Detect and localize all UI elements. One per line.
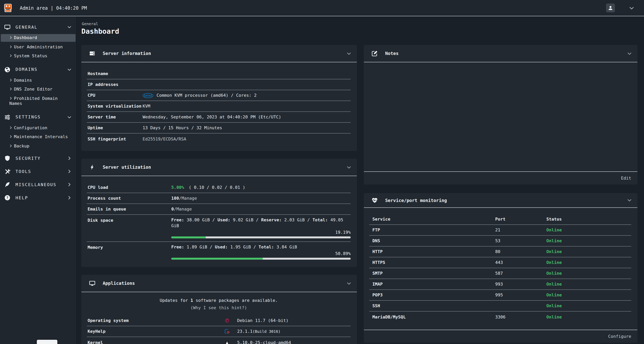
notes-body[interactable]: [364, 62, 638, 172]
memory-progressbar: [171, 258, 351, 260]
app-row-operating-system: Operating systemDebian 11.7 (64-bit): [87, 315, 351, 326]
sidebar-item-dns-zone-editor[interactable]: DNS Zone Editor: [1, 86, 76, 93]
user-menu-button[interactable]: [606, 3, 615, 12]
ssh-fingerprint-rsa-link[interactable]: RSA: [178, 136, 186, 142]
service-port: 80: [492, 249, 543, 254]
panel-title-service-monitoring: Service/port monitoring: [385, 197, 447, 203]
chevron-right-icon: [9, 78, 14, 83]
sidebar-section-help: ?HELP: [0, 193, 76, 202]
sidebar-section-label: TOOLS: [16, 169, 31, 174]
service-name: HTTPS: [369, 260, 492, 265]
service-row-ftp: FTP21Online: [369, 225, 631, 236]
info-label-ip-addresses: IP addresses: [88, 82, 142, 87]
app-value-text: 23.1.1: [237, 329, 253, 334]
info-value-text: 13 Days / 15 Hours / 32 Minutes: [142, 125, 222, 130]
collapse-chevron-icon[interactable]: [346, 165, 352, 170]
collapse-chevron-icon[interactable]: [346, 281, 352, 286]
service-name: MariaDB/MySQL: [369, 314, 492, 320]
info-value-text: KVM: [142, 104, 150, 109]
monitor-icon: [89, 280, 95, 286]
service-monitoring-panel: Service/port monitoring ServicePortStatu…: [364, 193, 638, 343]
sidebar-section-general: GENERALDashboardUser AdministrationSyste…: [0, 22, 76, 60]
service-row-imap: IMAP993Online: [369, 279, 631, 290]
service-port: 3306: [492, 314, 543, 320]
sidebar-item-configuration[interactable]: Configuration: [1, 124, 76, 132]
info-value-uptime: 13 Days / 15 Hours / 32 Minutes: [142, 125, 351, 130]
service-name: IMAP: [369, 282, 492, 287]
update-count: 1: [190, 298, 193, 303]
service-row-dns: DNS53Online: [369, 236, 631, 246]
notes-panel: Notes Edit: [364, 45, 638, 184]
chevron-right-icon: [9, 35, 14, 40]
update-hint-link[interactable]: (Why I see this hint?): [87, 305, 351, 311]
sidebar-section-header-settings[interactable]: SETTINGS: [0, 112, 76, 122]
sidebar-section-header-general[interactable]: GENERAL: [0, 22, 76, 32]
collapse-chevron-icon[interactable]: [627, 51, 632, 56]
sidebar-section-header-tools[interactable]: TOOLS: [0, 167, 76, 176]
service-status: Online: [543, 293, 631, 298]
panel-title-server-utilization: Server utilization: [103, 165, 151, 170]
feather-icon: [4, 181, 10, 188]
app-value-detail: (Build 3016): [253, 329, 281, 334]
manage-processes-link[interactable]: Manage: [182, 196, 197, 201]
sidebar-item-system-status[interactable]: System Status: [1, 52, 76, 60]
notes-edit-link[interactable]: Edit: [621, 176, 631, 181]
sidebar-item-backup[interactable]: Backup: [1, 142, 76, 150]
chevron-right-icon: [9, 134, 14, 140]
emails-in-queue-row: Emails in queue 0 / Manage: [87, 204, 351, 215]
collapse-chevron-icon[interactable]: [346, 51, 352, 56]
disk-space-row: Disk space Free: 38.00 GiB / Used: 9.02 …: [87, 215, 351, 242]
status-badge: Online: [546, 314, 562, 320]
sidebar-section-label: GENERAL: [16, 24, 38, 30]
chevron-right-icon: [9, 143, 14, 149]
sidebar-item-domains[interactable]: Domains: [1, 76, 76, 84]
chevron-right-icon: [9, 87, 14, 92]
heartbeat-icon: [372, 197, 378, 203]
sidebar-item-prohibited-domain-names[interactable]: Prohibited Domain Names: [1, 95, 76, 107]
status-badge: Online: [546, 271, 562, 276]
edit-pen-icon: [372, 50, 378, 56]
chevron-right-icon: [9, 44, 14, 49]
disk-space-percent: 19.19%: [171, 229, 351, 235]
sidebar-items: DashboardUser AdministrationSystem Statu…: [0, 34, 76, 60]
app-value-text: 5.10.0-25-cloud-amd64: [237, 340, 291, 344]
sidebar-item-maintenance-intervals[interactable]: Maintenance Intervals: [1, 133, 76, 141]
updates-notice: Updates for 1 software packages are avai…: [87, 298, 351, 311]
globe-icon: [4, 66, 10, 73]
sidebar: GENERALDashboardUser AdministrationSyste…: [0, 17, 77, 344]
sidebar-section-header-miscellaneous[interactable]: MISCELLANEOUS: [0, 180, 76, 189]
status-badge: Online: [546, 282, 562, 287]
sidebar-section-header-help[interactable]: ?HELP: [0, 193, 76, 202]
ssh-fingerprint-ecdsa-link[interactable]: ECDSA: [163, 136, 176, 142]
sidebar-section-settings: SETTINGSConfigurationMaintenance Interva…: [0, 112, 76, 150]
app-row-kernel: Kernel5.10.0-25-cloud-amd64: [87, 337, 351, 344]
service-row-https: HTTPS443Online: [369, 257, 631, 268]
sidebar-section-label: SETTINGS: [16, 115, 41, 120]
info-label-hostname: Hostname: [88, 71, 142, 76]
info-row-ip-addresses: IP addresses: [87, 79, 351, 90]
info-row-system-virtualization: System virtualizationKVM: [87, 101, 351, 112]
configure-services-link[interactable]: Configure: [608, 334, 631, 339]
sidebar-item-dashboard[interactable]: Dashboard: [1, 34, 76, 42]
info-row-server-time: Server timeWednesday, September 06, 2023…: [87, 112, 351, 123]
tux-icon: [224, 339, 230, 344]
process-count-value: 100: [171, 196, 179, 201]
cpu-load-detail: ( 0.10 / 0.02 / 0.01 ): [189, 185, 245, 190]
disk-space-progressbar: [171, 236, 351, 238]
ssh-fingerprint-ed25519-link[interactable]: Ed25519: [142, 136, 160, 142]
header-chevron-down-icon[interactable]: [629, 5, 634, 11]
sliders-icon: [4, 114, 10, 120]
info-value-server-time: Wednesday, September 06, 2023 at 04:40:2…: [142, 115, 351, 120]
collapse-chevron-icon[interactable]: [627, 198, 632, 203]
main-content: General Dashboard Server information: [77, 17, 644, 344]
keyhelp-icon: [224, 328, 230, 335]
sidebar-section-header-security[interactable]: SECURITY: [0, 154, 76, 163]
service-name: FTP: [369, 227, 492, 233]
sidebar-section-security: SECURITY: [0, 154, 76, 163]
service-status: Online: [543, 282, 631, 287]
sidebar-section-header-domains[interactable]: DOMAINS: [0, 65, 76, 74]
service-status: Online: [543, 227, 631, 233]
debian-icon: [224, 318, 230, 324]
manage-emails-link[interactable]: Manage: [176, 207, 192, 212]
sidebar-item-user-administration[interactable]: User Administration: [1, 43, 76, 51]
